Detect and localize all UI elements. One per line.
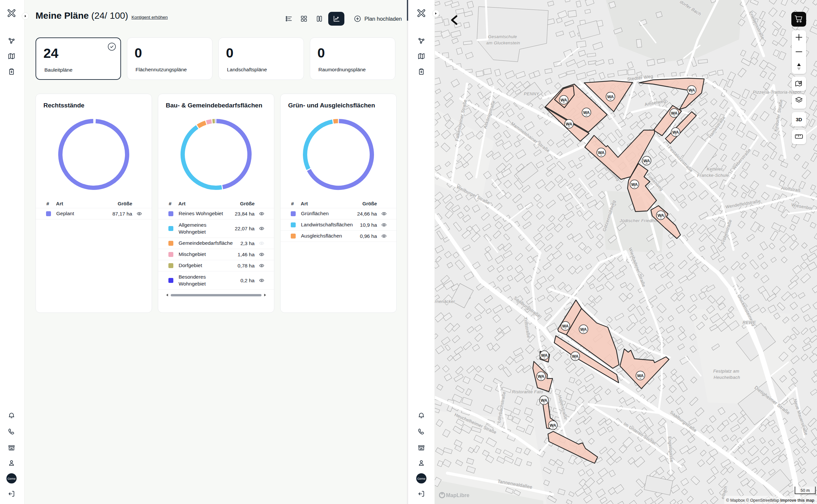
svg-text:3D: 3D (796, 117, 802, 122)
svg-text:Ketteler-: Ketteler- (707, 167, 724, 172)
svg-text:Jüdischer Friedhof: Jüdischer Friedhof (619, 218, 659, 223)
svg-text:Ristorante Fato: Ristorante Fato (512, 389, 543, 394)
svg-text:WA: WA (672, 130, 679, 135)
svg-text:50 m: 50 m (801, 488, 810, 493)
svg-text:REWE: REWE (743, 320, 756, 325)
svg-text:WA: WA (560, 98, 567, 103)
svg-text:WA: WA (541, 353, 548, 358)
svg-text:MapLibre: MapLibre (446, 493, 469, 498)
svg-text:WA: WA (580, 327, 587, 332)
svg-text:WA: WA (541, 398, 547, 403)
svg-text:ernenäcker: ernenäcker (435, 299, 455, 304)
svg-text:WA: WA (689, 88, 695, 93)
svg-text:WA: WA (643, 159, 650, 163)
svg-text:Heuchelbach: Heuchelbach (714, 375, 740, 380)
svg-text:Festplatz am: Festplatz am (713, 369, 739, 374)
svg-text:WA: WA (607, 95, 614, 99)
svg-text:WA: WA (566, 122, 572, 126)
svg-text:Gesamtschule: Gesamtschule (488, 34, 517, 39)
svg-text:WA: WA (583, 110, 590, 115)
svg-text:WA: WA (637, 374, 644, 378)
svg-text:WA: WA (631, 182, 638, 187)
svg-text:WA: WA (538, 374, 544, 379)
svg-text:WA: WA (562, 324, 569, 329)
svg-text:© Mapbox © OpenStreetMap Impro: © Mapbox © OpenStreetMap Improve this ma… (726, 498, 814, 503)
svg-text:WA: WA (671, 111, 678, 116)
svg-text:am Gluckenstein: am Gluckenstein (486, 40, 520, 45)
svg-text:WA: WA (572, 354, 578, 359)
svg-text:Francke-Schule: Francke-Schule (697, 173, 729, 178)
svg-text:PENNY: PENNY (524, 91, 540, 96)
svg-text:WA: WA (598, 150, 604, 155)
svg-text:WA: WA (658, 213, 664, 218)
svg-text:WA: WA (549, 423, 556, 428)
